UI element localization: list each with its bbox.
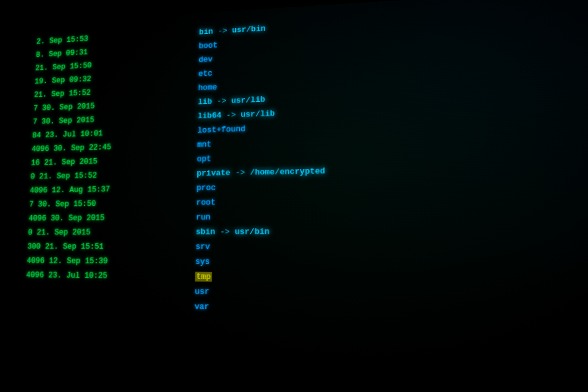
screen-content: 2. Sep 15:53 8. Sep 09:31 21. Sep 15:50 … — [16, 0, 588, 392]
file-info-row: 4096 23. Jul 10:25 — [26, 269, 192, 284]
file-info-row: 300 21. Sep 15:51 — [27, 240, 192, 254]
terminal-window: 2. Sep 15:53 8. Sep 09:31 21. Sep 15:50 … — [16, 0, 588, 392]
filename-row: sbin -> usr/bin — [195, 223, 588, 239]
file-info-row: 4096 30. Sep 2015 — [28, 210, 193, 225]
file-info-row: 4096 12. Sep 15:39 — [27, 254, 193, 269]
file-info-row: 4096 12. Aug 15:37 — [29, 182, 193, 197]
file-info-row: 7 30. Sep 15:50 — [29, 196, 193, 212]
file-info-row: 0 21. Sep 2015 — [27, 225, 193, 240]
filename-column: bin -> usr/binbootdevetchomelib -> usr/l… — [190, 1, 588, 392]
file-info-row: 0 21. Sep 15:52 — [30, 167, 193, 184]
filename-row: srv — [195, 240, 588, 255]
filename-row: run — [196, 207, 588, 225]
file-info-column: 2. Sep 15:53 8. Sep 09:31 21. Sep 15:50 … — [22, 25, 196, 387]
